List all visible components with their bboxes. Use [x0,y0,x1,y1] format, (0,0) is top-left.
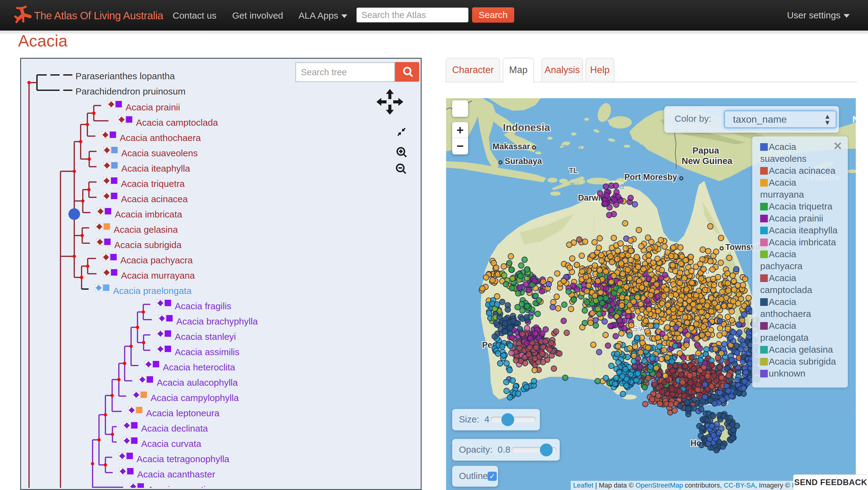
svg-text:Indonesia: Indonesia [503,122,550,133]
svg-text:Acacia anthochaera: Acacia anthochaera [120,133,201,143]
svg-text:Acacia declinata: Acacia declinata [141,423,208,433]
svg-text:Acacia gelasina: Acacia gelasina [114,225,178,235]
svg-text:Acacia iteaphylla: Acacia iteaphylla [121,163,190,173]
svg-text:Parachidendron pruinosum: Parachidendron pruinosum [75,86,185,96]
svg-text:Acacia triquetra: Acacia triquetra [121,179,185,189]
svg-text:TL: TL [569,166,578,175]
svg-text:Acacia assimilis: Acacia assimilis [175,347,240,357]
svg-text:Acacia heteroclita: Acacia heteroclita [163,362,235,372]
svg-text:Papua: Papua [692,146,719,155]
svg-text:Acacia suaveolens: Acacia suaveolens [121,148,198,158]
svg-text:Tasman Sea: Tasman Sea [781,404,856,414]
svg-text:Acacia aulacophylla: Acacia aulacophylla [157,377,238,387]
svg-text:Acacia prainii: Acacia prainii [126,102,180,112]
svg-text:Acacia curvata: Acacia curvata [141,439,202,449]
svg-text:Acacia acanthaster: Acacia acanthaster [137,469,215,479]
svg-text:Paraserianthes lopantha: Paraserianthes lopantha [75,71,175,81]
svg-text:N: N [852,114,856,124]
svg-text:Acacia praelongata: Acacia praelongata [113,286,192,296]
svg-text:Acacia camptoclada: Acacia camptoclada [136,117,218,127]
svg-text:Acacia acinacea: Acacia acinacea [121,194,188,204]
svg-text:Acacia campylophylla: Acacia campylophylla [151,393,239,403]
svg-text:Acacia murrayana: Acacia murrayana [121,270,195,281]
svg-text:Acacia fragilis: Acacia fragilis [175,301,231,311]
svg-text:Surabaya: Surabaya [505,156,542,166]
svg-text:Acacia leptoneura: Acacia leptoneura [146,408,219,418]
svg-text:Makassar: Makassar [493,142,530,151]
svg-text:Acacia subrigida: Acacia subrigida [114,240,182,250]
svg-text:Acacia tetragonophylla: Acacia tetragonophylla [136,454,229,464]
svg-text:Acacia aurantiaca: Acacia aurantiaca [148,485,221,488]
svg-text:Acacia imbricata: Acacia imbricata [115,209,182,219]
svg-text:Port Moresby: Port Moresby [624,173,677,182]
svg-text:Acacia brachyphylla: Acacia brachyphylla [176,316,258,326]
svg-text:Acacia stanleyi: Acacia stanleyi [175,332,236,342]
svg-text:Banda Sea: Banda Sea [562,143,622,153]
svg-text:New Guinea: New Guinea [682,156,733,166]
svg-text:Acacia pachyacra: Acacia pachyacra [120,255,193,265]
